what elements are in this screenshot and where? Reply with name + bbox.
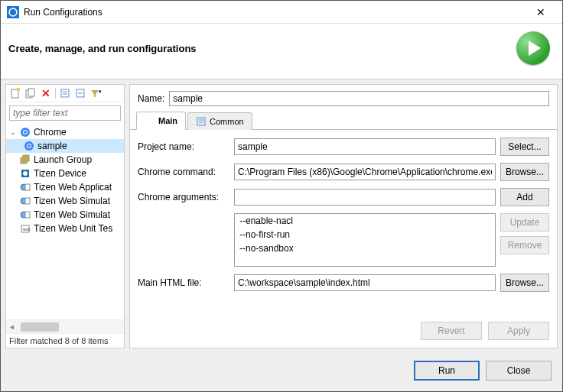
tab-label: Main xyxy=(158,116,177,125)
close-button[interactable]: Close xyxy=(486,361,552,381)
window-title: Run Configurations xyxy=(24,7,526,18)
args-label: Chrome arguments: xyxy=(138,192,229,202)
tree-label: Tizen Web Unit Tes xyxy=(34,223,112,234)
name-label: Name: xyxy=(138,93,164,104)
right-pane: Name: Main Common Project name: Select..… xyxy=(129,84,558,348)
filter-input[interactable] xyxy=(9,105,121,121)
app-icon xyxy=(7,6,19,18)
tizen-web-icon xyxy=(19,181,31,193)
left-toolbar: ✕ ▾ xyxy=(6,85,124,102)
svg-rect-2 xyxy=(17,88,20,91)
delete-icon[interactable]: ✕ xyxy=(40,87,52,99)
tabstrip: Main Common xyxy=(130,111,557,130)
svg-rect-25 xyxy=(25,212,30,218)
list-item[interactable]: --no-sandbox xyxy=(235,241,495,255)
command-input[interactable] xyxy=(234,164,496,180)
collapse-icon[interactable] xyxy=(74,87,86,99)
tree-item-chrome[interactable]: ⌄Chrome xyxy=(6,125,124,139)
new-config-icon[interactable] xyxy=(9,87,21,99)
launch-group-icon xyxy=(19,154,31,166)
tree-item-tizen-device[interactable]: Tizen Device xyxy=(6,167,124,180)
project-label: Project name: xyxy=(138,141,229,152)
add-button[interactable]: Add xyxy=(500,188,549,206)
mainfile-label: Main HTML file: xyxy=(138,277,229,288)
run-icon-large xyxy=(516,31,550,65)
main-tab-icon xyxy=(145,115,155,126)
run-button[interactable]: Run xyxy=(414,361,480,381)
config-tree[interactable]: ⌄Chrome sample Launch Group Tizen Device… xyxy=(6,124,124,319)
tree-item-tizen-web-sim2[interactable]: Tizen Web Simulat xyxy=(6,208,124,222)
chrome-icon xyxy=(23,140,35,152)
common-tab-icon xyxy=(196,116,207,127)
apply-button[interactable]: Apply xyxy=(488,322,549,340)
tizen-web-icon xyxy=(19,195,31,207)
duplicate-icon[interactable] xyxy=(24,87,37,99)
horizontal-scrollbar[interactable]: ◄ xyxy=(6,319,124,333)
svg-rect-17 xyxy=(23,155,29,161)
close-icon[interactable]: ✕ xyxy=(526,2,556,23)
svg-rect-21 xyxy=(25,184,30,190)
tab-main[interactable]: Main xyxy=(136,112,186,130)
project-input[interactable] xyxy=(234,138,496,155)
browse-mainfile-button[interactable]: Browse... xyxy=(500,274,549,292)
list-item[interactable]: --no-first-run xyxy=(235,228,495,241)
svg-rect-4 xyxy=(28,89,34,96)
svg-point-15 xyxy=(28,144,31,147)
svg-rect-28 xyxy=(197,118,205,125)
update-button[interactable]: Update xyxy=(500,213,549,232)
tree-label: Tizen Web Simulat xyxy=(34,196,110,206)
mainfile-input[interactable] xyxy=(234,274,496,291)
tizen-web-icon xyxy=(19,209,31,221)
name-input[interactable] xyxy=(169,91,549,106)
tree-label: Tizen Web Simulat xyxy=(34,209,110,220)
tizen-device-icon xyxy=(19,167,31,180)
args-input[interactable] xyxy=(234,189,496,206)
dialog-buttons: Run Close xyxy=(1,353,562,391)
main-area: ✕ ▾ ⌄Chrome sample Launch Group Tizen De… xyxy=(1,79,562,353)
chrome-icon xyxy=(19,126,31,138)
tree-label: Launch Group xyxy=(34,154,92,165)
args-list[interactable]: --enable-nacl --no-first-run --no-sandbo… xyxy=(234,213,496,267)
dialog-header: Create, manage, and run configurations xyxy=(1,24,562,79)
tree-item-tizen-unit[interactable]: testTizen Web Unit Tes xyxy=(6,222,124,235)
svg-rect-23 xyxy=(25,198,30,204)
filter-status: Filter matched 8 of 8 items xyxy=(6,333,124,348)
list-item[interactable]: --enable-nacl xyxy=(235,214,495,228)
expand-icon[interactable] xyxy=(59,87,71,99)
tree-item-tizen-web-app[interactable]: Tizen Web Applicat xyxy=(6,180,124,194)
form-area: Project name: Select... Chrome command: … xyxy=(130,130,557,302)
tree-item-launch-group[interactable]: Launch Group xyxy=(6,153,124,167)
browse-command-button[interactable]: Browse... xyxy=(500,163,549,181)
svg-text:test: test xyxy=(23,227,31,232)
tab-common[interactable]: Common xyxy=(187,112,252,130)
filter-menu-icon[interactable]: ▾ xyxy=(89,87,102,99)
tree-label: sample xyxy=(37,141,67,151)
left-pane: ✕ ▾ ⌄Chrome sample Launch Group Tizen De… xyxy=(5,84,125,348)
command-label: Chrome command: xyxy=(138,167,229,177)
tab-label: Common xyxy=(210,117,244,126)
tizen-unit-icon: test xyxy=(19,222,31,235)
tree-label: Tizen Web Applicat xyxy=(34,182,112,193)
svg-point-19 xyxy=(23,171,28,176)
page-heading: Create, manage, and run configurations xyxy=(8,43,516,54)
tree-label: Tizen Device xyxy=(34,168,86,179)
select-button[interactable]: Select... xyxy=(500,138,549,156)
tree-item-sample[interactable]: sample xyxy=(6,139,124,153)
titlebar: Run Configurations ✕ xyxy=(1,1,562,24)
svg-rect-5 xyxy=(61,89,69,97)
tree-label: Chrome xyxy=(34,127,67,138)
revert-button[interactable]: Revert xyxy=(421,322,482,340)
svg-point-12 xyxy=(24,131,27,134)
tree-item-tizen-web-sim1[interactable]: Tizen Web Simulat xyxy=(6,194,124,208)
remove-button[interactable]: Remove xyxy=(500,236,549,254)
